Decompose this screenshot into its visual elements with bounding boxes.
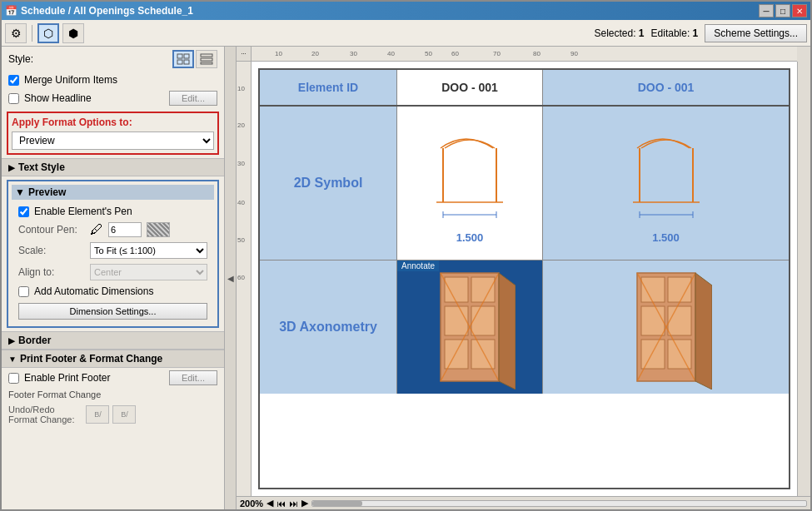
preview-section-header[interactable]: ▼ Preview: [12, 185, 214, 200]
svg-rect-1: [184, 54, 189, 58]
show-headline-checkbox[interactable]: [8, 93, 19, 104]
door-symbol-svg-1: [420, 123, 520, 231]
show-headline-row: Show Headline Edit...: [2, 88, 224, 108]
nav-next-button[interactable]: ▶: [301, 498, 308, 509]
doo-001-label-2: DOO - 001: [638, 81, 695, 94]
settings-button[interactable]: ⚙: [5, 23, 27, 43]
scheme-settings-button[interactable]: Scheme Settings...: [705, 24, 807, 42]
scale-label: Scale:: [18, 245, 85, 256]
show-headline-edit-button[interactable]: Edit...: [169, 91, 217, 106]
print-footer-edit-button[interactable]: Edit...: [169, 370, 217, 385]
text-style-section-header[interactable]: ▶ Text Style: [2, 158, 224, 176]
close-button[interactable]: ✕: [792, 4, 807, 17]
scale-row: Scale: To Fit (≤ 1:100) 1:50 1:100: [12, 240, 214, 261]
edit-button[interactable]: ⬢: [62, 23, 84, 43]
enable-element-pen-row: Enable Element's Pen: [12, 203, 214, 220]
element-id-label: Element ID: [298, 81, 358, 94]
ruler-tick-50: 50: [425, 50, 432, 57]
svg-rect-3: [184, 60, 189, 64]
header-cell-3: DOO - 001: [543, 70, 789, 105]
merge-uniform-checkbox[interactable]: [8, 75, 19, 86]
print-footer-label: Print Footer & Format Change: [20, 353, 162, 365]
contour-pen-input[interactable]: [108, 222, 142, 237]
toolbar-separator: [32, 25, 32, 42]
ruler-v-tick-10: 10: [237, 85, 245, 92]
print-footer-section-header[interactable]: ▼ Print Footer & Format Change: [2, 350, 224, 368]
symbol-data-cell-1: 1.500: [397, 107, 543, 260]
door-symbol-svg-2: [616, 123, 716, 231]
vertical-scrollbar[interactable]: [797, 62, 810, 496]
redo-button[interactable]: B/: [112, 405, 136, 424]
ruler-corner: ···: [237, 47, 252, 62]
align-label: Align to:: [18, 266, 85, 278]
apply-format-select[interactable]: Preview All Selected: [12, 131, 214, 150]
title-bar: 📅 Schedule / All Openings Schedule_1 ─ □…: [2, 2, 810, 20]
symbol-data-cell-2: 1.500: [543, 107, 789, 260]
ruler-v-tick-50: 50: [237, 236, 245, 244]
dim-value-1: 1.500: [456, 231, 484, 244]
dimension-settings-button[interactable]: Dimension Settings...: [18, 303, 207, 320]
ruler-tick-70: 70: [493, 50, 501, 57]
svg-rect-20: [445, 277, 468, 302]
undo-redo-row: Undo/Redo Format Change: B/ B/: [2, 401, 224, 428]
header-cell-2: DOO - 001: [397, 70, 543, 105]
editable-count: 1: [693, 27, 699, 39]
editable-label: Editable: 1: [651, 27, 699, 39]
symbol-row: 2D Symbol: [260, 107, 789, 260]
pen-pattern: [147, 222, 170, 237]
nav-prev-button[interactable]: ◀: [267, 498, 273, 509]
ruler-tick-90: 90: [570, 50, 578, 57]
main-window: 📅 Schedule / All Openings Schedule_1 ─ □…: [0, 0, 812, 511]
ruler-tick-20: 20: [311, 50, 319, 57]
enable-print-footer-checkbox[interactable]: [8, 373, 19, 384]
pen-icon: 🖊: [90, 222, 103, 237]
enable-element-pen-checkbox[interactable]: [18, 206, 29, 217]
schedule-table: Element ID DOO - 001 DOO - 001: [258, 68, 790, 489]
scroll-thumb[interactable]: [312, 501, 362, 506]
door-3d-svg-2: [620, 265, 712, 389]
nav-last-button[interactable]: ⏭: [289, 499, 298, 509]
select-button[interactable]: ⬡: [37, 23, 59, 43]
ruler-tick-30: 30: [350, 50, 357, 57]
border-label: Border: [18, 335, 51, 346]
ruler-tick-80: 80: [533, 50, 541, 57]
svg-rect-30: [668, 277, 691, 302]
right-area: ··· 10 20 30 40 50 60 70 80 90: [237, 47, 810, 509]
footer-format-change-label: Footer Format Change: [2, 388, 224, 401]
ruler-tick-10: 10: [275, 50, 282, 57]
panel-collapse-arrow[interactable]: ◀: [225, 47, 237, 509]
scroll-track[interactable]: [311, 500, 807, 507]
preview-arrow: ▼: [15, 186, 25, 198]
contour-pen-row: Contour Pen: 🖊: [12, 220, 214, 240]
style-grid-button[interactable]: [172, 50, 194, 68]
text-style-arrow: ▶: [8, 163, 15, 172]
vertical-ruler: 10 20 30 40 50 60: [237, 62, 252, 496]
apply-format-label: Apply Format Options to:: [12, 117, 214, 128]
left-panel: Style: Merge Uniform Items Show He: [2, 47, 225, 509]
add-auto-dim-checkbox[interactable]: [18, 286, 29, 297]
svg-rect-24: [445, 340, 468, 369]
svg-rect-21: [471, 277, 495, 302]
style-list-button[interactable]: [196, 50, 217, 68]
ruler-v-tick-40: 40: [237, 199, 245, 206]
3d-axon-label: 3D Axonometry: [279, 320, 377, 335]
maximize-button[interactable]: □: [775, 4, 790, 17]
svg-rect-31: [641, 306, 665, 335]
add-auto-dim-label: Add Automatic Dimensions: [34, 285, 153, 297]
svg-rect-23: [471, 306, 495, 335]
undo-button[interactable]: B/: [86, 405, 109, 424]
scale-select[interactable]: To Fit (≤ 1:100) 1:50 1:100: [90, 242, 207, 259]
align-select[interactable]: Center Left Right: [90, 264, 207, 280]
ruler-row: ··· 10 20 30 40 50 60 70 80 90: [237, 47, 810, 62]
minimize-button[interactable]: ─: [759, 4, 774, 17]
text-style-label: Text Style: [18, 161, 65, 173]
border-section-header[interactable]: ▶ Border: [2, 331, 224, 350]
door-3d-svg-1: [424, 265, 516, 389]
add-auto-dim-row: Add Automatic Dimensions: [12, 283, 214, 300]
toolbar-right: Selected: 1 Editable: 1 Scheme Settings.…: [594, 24, 807, 42]
canvas-with-ruler: 10 20 30 40 50 60 Element ID: [237, 62, 810, 496]
svg-rect-25: [471, 340, 495, 369]
preview-section: ▼ Preview Enable Element's Pen Contour P…: [7, 180, 219, 328]
undo-redo-buttons: B/ B/: [86, 405, 136, 424]
nav-first-button[interactable]: ⏮: [276, 499, 286, 509]
